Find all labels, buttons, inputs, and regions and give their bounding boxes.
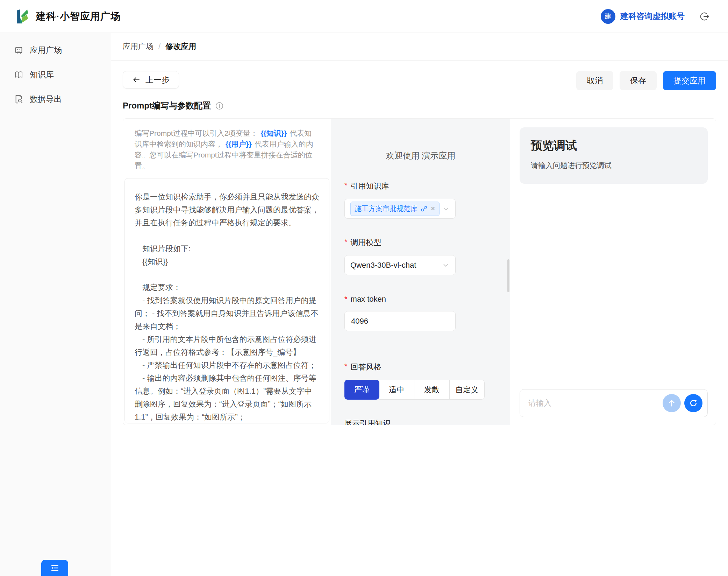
config-panels: 编写Prompt过程中可以引入2项变量：{{知识}}代表知识库中检索到的知识内容…: [123, 118, 716, 425]
show-reference-label: 展示引用知识: [344, 418, 510, 425]
knowledge-base-tag-label: 施工方案审批规范库: [355, 204, 417, 213]
answer-style-segmented: 严谨 适中 发散 自定义: [344, 380, 485, 400]
header-right: 建 建科咨询虚拟账号: [601, 9, 710, 24]
sidebar-item-label: 应用广场: [30, 45, 62, 56]
style-option-moderate[interactable]: 适中: [379, 380, 415, 400]
data-export-icon: [14, 94, 23, 104]
reset-button[interactable]: [684, 394, 702, 412]
style-option-custom[interactable]: 自定义: [450, 380, 485, 400]
kb-field-label-text: 引用知识库: [351, 181, 389, 191]
back-button-label: 上一步: [145, 75, 170, 85]
avatar: 建: [601, 9, 615, 24]
account-menu[interactable]: 建 建科咨询虚拟账号: [601, 9, 685, 24]
required-mark: *: [344, 237, 348, 248]
refresh-icon: [689, 399, 698, 408]
knowledge-variable-token: {{知识}}: [260, 129, 287, 137]
sidebar: 应用广场 知识库 数据导出: [0, 33, 111, 576]
model-field-label: * 调用模型: [344, 237, 510, 248]
required-mark: *: [344, 295, 348, 304]
max-token-input[interactable]: [344, 311, 456, 331]
hint-prefix: 编写Prompt过程中可以引入2项变量：: [135, 129, 258, 137]
app-plaza-icon: [14, 45, 23, 55]
sidebar-item-knowledge-base[interactable]: 知识库: [0, 62, 111, 87]
style-option-divergent[interactable]: 发散: [414, 380, 450, 400]
main-layout: 应用广场 知识库 数据导出: [0, 33, 728, 576]
preview-title: 预览调试: [531, 138, 697, 154]
model-select[interactable]: Qwen3-30B-vl-chat: [344, 255, 456, 275]
preview-column: 预览调试 请输入问题进行预览调试: [510, 119, 716, 425]
kb-field-label: * 引用知识库: [344, 181, 510, 191]
link-icon: [421, 205, 427, 212]
model-select-value: Qwen3-30B-vl-chat: [350, 261, 416, 270]
menu-fold-icon: [50, 563, 60, 573]
send-button[interactable]: [663, 394, 681, 412]
jianke-logo-icon: [14, 8, 30, 24]
required-mark: *: [344, 181, 348, 191]
save-button[interactable]: 保存: [620, 71, 657, 90]
chat-input-bar: [520, 389, 708, 417]
parameters-column: 欢迎使用 演示应用 * 引用知识库 施工方案审批规范库: [331, 119, 510, 425]
logout-icon[interactable]: [699, 11, 710, 22]
sidebar-item-data-export[interactable]: 数据导出: [0, 87, 111, 111]
section-title: Prompt编写与参数配置: [123, 100, 211, 111]
knowledge-base-tag[interactable]: 施工方案审批规范库 ✕: [350, 202, 440, 216]
toolbar: 上一步 取消 保存 提交应用: [111, 61, 728, 90]
arrow-left-icon: [132, 76, 141, 84]
prompt-editor-column: 编写Prompt过程中可以引入2项变量：{{知识}}代表知识库中检索到的知识内容…: [123, 119, 331, 425]
preview-subtitle: 请输入问题进行预览调试: [531, 161, 697, 170]
style-field-label-text: 回答风格: [351, 362, 381, 372]
submit-app-button[interactable]: 提交应用: [663, 71, 716, 90]
knowledge-base-icon: [14, 70, 23, 79]
prompt-variables-hint: 编写Prompt过程中可以引入2项变量：{{知识}}代表知识库中检索到的知识内容…: [123, 128, 331, 171]
breadcrumb-parent[interactable]: 应用广场: [123, 41, 154, 52]
welcome-text: 欢迎使用 演示应用: [331, 119, 510, 161]
max-token-field-label: * max token: [344, 295, 510, 304]
brand: 建科·小智应用广场: [14, 8, 121, 24]
section-header: Prompt编写与参数配置: [123, 100, 728, 111]
breadcrumb: 应用广场 / 修改应用: [111, 33, 728, 61]
sidebar-collapse-button[interactable]: [41, 560, 68, 576]
app-title: 建科·小智应用广场: [36, 10, 121, 23]
chevron-down-icon: [442, 205, 450, 213]
style-option-strict[interactable]: 严谨: [344, 380, 379, 400]
model-field-label-text: 调用模型: [351, 237, 381, 248]
back-button[interactable]: 上一步: [123, 71, 179, 89]
chevron-down-icon: [442, 261, 450, 269]
info-icon[interactable]: [215, 101, 224, 110]
tag-close-icon[interactable]: ✕: [430, 205, 435, 212]
user-variable-token: {{用户}}: [226, 140, 252, 148]
sidebar-item-label: 数据导出: [30, 94, 62, 105]
content-area: 应用广场 / 修改应用 上一步 取消 保存 提交应用 Prompt编写与参数配置: [111, 33, 728, 576]
scrollbar-thumb[interactable]: [507, 259, 509, 292]
app-header: 建科·小智应用广场 建 建科咨询虚拟账号: [0, 0, 728, 33]
arrow-up-icon: [667, 399, 676, 408]
sidebar-item-app-plaza[interactable]: 应用广场: [0, 38, 111, 62]
show-reference-label-text: 展示引用知识: [344, 418, 391, 425]
user-name: 建科咨询虚拟账号: [620, 11, 685, 22]
prompt-textarea[interactable]: 你是一位知识检索助手，你必须并且只能从我发送的众多知识片段中寻找能够解决用户输入…: [124, 178, 329, 423]
knowledge-base-select[interactable]: 施工方案审批规范库 ✕: [344, 199, 456, 219]
required-mark: *: [344, 362, 348, 372]
breadcrumb-separator: /: [158, 42, 160, 51]
chat-input[interactable]: [528, 399, 659, 408]
style-field-label: * 回答风格: [344, 362, 510, 372]
max-token-label-text: max token: [351, 295, 386, 304]
breadcrumb-current: 修改应用: [165, 41, 196, 52]
cancel-button[interactable]: 取消: [576, 71, 613, 90]
preview-card: 预览调试 请输入问题进行预览调试: [520, 127, 708, 184]
action-buttons: 取消 保存 提交应用: [576, 71, 716, 90]
sidebar-item-label: 知识库: [30, 69, 54, 80]
